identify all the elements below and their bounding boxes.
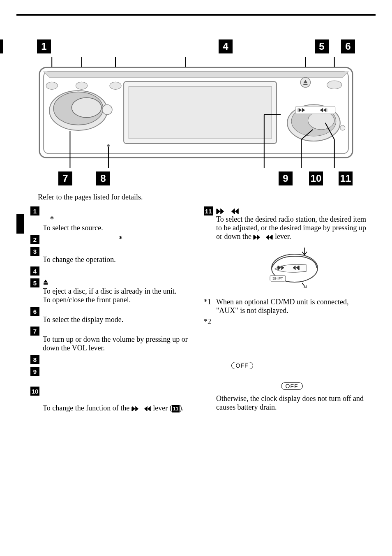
caution-after: Otherwise, the clock display does not tu…	[216, 394, 367, 412]
item-4: 4 Display window	[30, 266, 194, 276]
badge-2: 2	[30, 235, 39, 244]
badge-7: 7	[30, 327, 39, 336]
item-5-label: (front panel release/eject) button 9, 10	[51, 278, 170, 287]
callouts-top: 1 2 3 4 5 6	[37, 39, 355, 53]
seek-icon	[131, 404, 153, 412]
off-button-inline: OFF	[231, 362, 253, 369]
page-num-bottom: 6	[16, 540, 19, 547]
svg-rect-16	[129, 86, 272, 139]
eject-icon	[43, 278, 51, 287]
item-5: 5 (front panel release/eject) button 9, …	[30, 278, 194, 304]
item-2-label: OFF button 9, 10, 12, 13	[43, 235, 119, 243]
item-1-desc: To select the source.	[43, 224, 194, 232]
page-num-top: 2	[16, 8, 20, 16]
item-10-label2: 20, 21	[43, 395, 194, 404]
diagram: 1 2 3 4 5 6	[37, 39, 355, 185]
item-5-desc: To eject a disc, if a disc is already in…	[43, 287, 194, 296]
callouts-bottom: 7 8 9 10 11	[37, 171, 355, 185]
item-9-label: Receptor for the card remote	[43, 367, 194, 375]
badge-6: 6	[30, 307, 39, 316]
badge-5: 5	[30, 278, 39, 287]
item-10-desc: To change the function of the lever (11)…	[43, 404, 194, 412]
caution-body: After turning the ignition off, be sure …	[216, 352, 367, 378]
footnote-2-text: Warning when installing in a car without…	[216, 317, 363, 334]
item-1: 1 SOURCE button 10, 11, 12, 13, 15, 19, …	[30, 206, 194, 232]
item-6-label: DSPL (display mode change) button 14	[43, 307, 194, 315]
lever-illustration: SHIFT	[261, 245, 323, 290]
badge-8: 8	[30, 355, 39, 364]
left-column: 1 SOURCE button 10, 11, 12, 13, 15, 19, …	[30, 206, 194, 415]
item-7: 7 VOL (volume control) lever 17 To turn …	[30, 327, 194, 352]
badge-10: 10	[30, 387, 39, 396]
svg-point-18	[327, 81, 342, 89]
item-3-label: MODE button 10, 11, 12, 13, 15	[43, 247, 194, 255]
svg-point-21	[308, 111, 334, 130]
right-column: 11 lever 11, 13, 14, 15, 17, 18, 19, 20 …	[204, 206, 367, 415]
item-8-label: Reset button 8	[43, 355, 88, 363]
caution-block: Caution After turning the ignition off, …	[216, 342, 367, 412]
item-10: 10 SHIFT button 11, 13, 14, 15, 17, 18, …	[30, 387, 194, 412]
device-drawing	[37, 57, 355, 168]
callout-5: 5	[315, 39, 329, 53]
item-1-label2: 21	[43, 215, 50, 223]
svg-point-24	[107, 144, 110, 147]
item-11-label: lever 11, 13, 14, 15, 17, 18, 19, 20	[241, 206, 343, 215]
badge-4: 4	[30, 266, 39, 276]
item-11: 11 lever 11, 13, 14, 15, 17, 18, 19, 20 …	[204, 206, 367, 292]
svg-point-14	[110, 82, 121, 89]
page-title: Location of controls	[38, 20, 376, 30]
item-1-label: SOURCE button 10, 11, 12, 13, 15, 19,	[43, 206, 163, 215]
item-8: 8 Reset button 8	[30, 355, 194, 364]
footnote-1-text: When an optional CD/MD unit is connected…	[216, 298, 348, 315]
seek-icon	[253, 232, 275, 241]
footnote-2: *2 Warning when installing in a car with…	[204, 317, 367, 335]
badge-3: 3	[30, 247, 39, 256]
svg-point-11	[102, 105, 112, 115]
svg-point-13	[76, 82, 88, 89]
badge-9: 9	[30, 367, 39, 376]
item-5-desc2: To open/close the front panel.	[43, 296, 194, 304]
footnote-2-mark: *2	[204, 317, 216, 335]
callout-9: 9	[279, 171, 293, 185]
item-7-label: VOL (volume control) lever 17	[43, 327, 194, 335]
seek-icon	[216, 206, 241, 215]
side-tab	[16, 214, 24, 234]
svg-point-10	[71, 98, 101, 118]
inline-badge-11: 11	[172, 405, 180, 412]
svg-point-23	[340, 125, 345, 130]
item-6-desc: To select the display mode.	[43, 315, 194, 324]
callout-10: 10	[309, 171, 323, 185]
item-3-desc: To change the operation.	[43, 255, 194, 264]
callout-8: 8	[96, 171, 110, 185]
off-button-centered: OFF	[216, 382, 367, 390]
item-11-desc: To select the desired radio station, the…	[216, 215, 367, 241]
intro-text: Refer to the pages listed for details.	[38, 193, 376, 202]
item-7-desc: To turn up or down the volume by pressin…	[43, 335, 194, 352]
callout-7: 7	[58, 171, 72, 185]
item-9: 9 Receptor for the card remote commander	[30, 367, 194, 384]
svg-point-12	[46, 82, 58, 89]
callout-11: 11	[339, 171, 353, 185]
item-4-label: Display window	[43, 266, 93, 275]
footnote-1-mark: *1	[204, 298, 216, 315]
callout-6: 6	[341, 39, 355, 53]
item-2: 2 OFF button 9, 10, 12, 13*	[30, 235, 194, 244]
shift-label: SHIFT	[272, 276, 284, 280]
callout-4: 4	[219, 39, 233, 53]
item-9-label2: commander	[43, 375, 194, 384]
item-6: 6 DSPL (display mode change) button 14 T…	[30, 307, 194, 324]
badge-11: 11	[204, 206, 213, 215]
caution-head: Caution	[216, 342, 367, 351]
footnote-1: *1 When an optional CD/MD unit is connec…	[204, 298, 367, 315]
item-10-label: SHIFT button 11, 13, 14, 15, 17, 18, 19,	[43, 387, 194, 395]
item-3: 3 MODE button 10, 11, 12, 13, 15 To chan…	[30, 247, 194, 264]
badge-1: 1	[30, 206, 39, 215]
